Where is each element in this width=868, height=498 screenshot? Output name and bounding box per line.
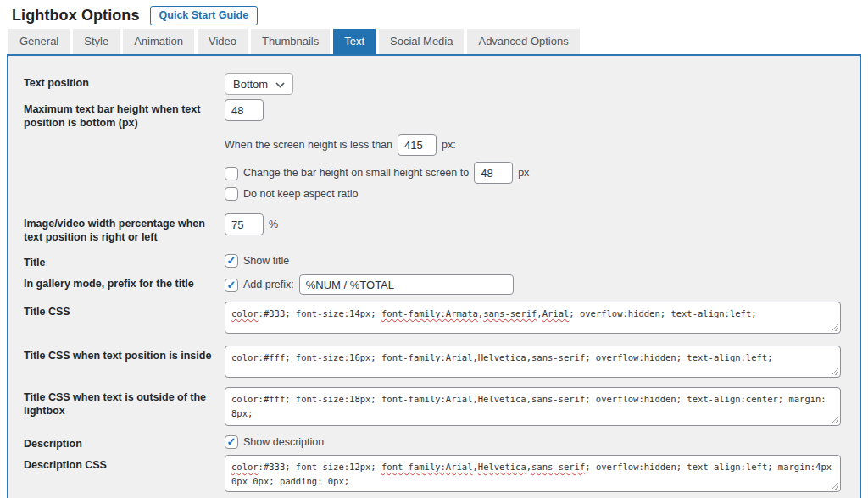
max-bar-height-label: Maximum text bar height when text positi… xyxy=(24,99,225,130)
row-screen-height-rule: When the screen height is less than px: xyxy=(24,134,844,156)
small-screen-bar-height-unit: px xyxy=(518,167,529,179)
screen-height-rule-text: When the screen height is less than xyxy=(225,134,392,156)
show-title-checkbox[interactable] xyxy=(225,254,238,268)
row-change-bar-height: Change the bar height on small height sc… xyxy=(24,162,844,184)
chevron-down-icon xyxy=(275,78,285,91)
tab-bar: General Style Animation Video Thumbnails… xyxy=(0,29,868,54)
title-css-inside-textarea[interactable]: color:#fff; font-size:16px; font-family:… xyxy=(225,346,841,378)
row-gallery-prefix: In gallery mode, prefix for the title Ad… xyxy=(24,274,844,295)
width-percentage-unit: % xyxy=(269,213,278,235)
title-css-label: Title CSS xyxy=(24,302,225,318)
row-text-position: Text position Bottom xyxy=(24,73,844,95)
tab-text[interactable]: Text xyxy=(333,29,376,54)
show-description-checkbox[interactable] xyxy=(225,435,238,449)
page-title: Lightbox Options xyxy=(12,7,140,25)
row-width-percentage: Image/video width percentage when text p… xyxy=(24,213,844,244)
text-position-selected-value: Bottom xyxy=(233,78,268,91)
change-bar-height-checkbox[interactable] xyxy=(225,167,238,180)
tab-thumbnails[interactable]: Thumbnails xyxy=(251,29,330,54)
tab-video[interactable]: Video xyxy=(198,29,248,54)
description-css-label: Description CSS xyxy=(24,455,225,472)
row-description-css: Description CSS color:#333; font-size:12… xyxy=(24,455,844,492)
text-position-label: Text position xyxy=(24,73,225,90)
keep-aspect-ratio-checkbox[interactable] xyxy=(225,187,238,201)
description-css-textarea[interactable]: color:#333; font-size:12px; font-family:… xyxy=(225,455,841,492)
resize-grip-icon[interactable] xyxy=(831,482,838,490)
page-header: Lightbox Options Quick Start Guide xyxy=(0,0,868,25)
row-title-css: Title CSS color:#333; font-size:14px; fo… xyxy=(24,302,844,334)
tab-advanced-options[interactable]: Advanced Options xyxy=(467,29,579,54)
description-label: Description xyxy=(24,434,225,451)
show-description-label: Show description xyxy=(243,436,324,448)
tab-style[interactable]: Style xyxy=(73,29,120,54)
resize-grip-icon[interactable] xyxy=(831,368,838,375)
title-css-inside-label: Title CSS when text position is inside xyxy=(24,346,225,362)
add-prefix-checkbox[interactable] xyxy=(225,279,238,292)
row-max-bar-height: Maximum text bar height when text positi… xyxy=(24,99,844,130)
screen-height-unit: px: xyxy=(442,134,456,156)
tab-animation[interactable]: Animation xyxy=(123,29,194,54)
resize-grip-icon[interactable] xyxy=(831,324,838,331)
row-title-css-outside: Title CSS when text is outside of the li… xyxy=(24,387,844,426)
keep-aspect-ratio-label: Do not keep aspect ratio xyxy=(243,188,359,200)
width-percentage-label: Image/video width percentage when text p… xyxy=(24,213,225,244)
row-description: Description Show description xyxy=(24,434,844,451)
row-title-css-inside: Title CSS when text position is inside c… xyxy=(24,346,844,378)
settings-panel: Text position Bottom Maximum text bar he… xyxy=(7,54,861,498)
title-css-outside-textarea[interactable]: color:#fff; font-size:18px; font-family:… xyxy=(225,387,841,426)
prefix-pattern-input[interactable] xyxy=(299,274,514,295)
row-keep-aspect-ratio: Do not keep aspect ratio xyxy=(24,186,844,201)
title-css-textarea[interactable]: color:#333; font-size:14px; font-family:… xyxy=(225,302,841,334)
tab-general[interactable]: General xyxy=(8,29,70,54)
max-bar-height-input[interactable] xyxy=(225,99,264,121)
quick-start-guide-button[interactable]: Quick Start Guide xyxy=(150,6,259,25)
resize-grip-icon[interactable] xyxy=(831,416,838,423)
text-position-select[interactable]: Bottom xyxy=(225,73,293,95)
width-percentage-input[interactable] xyxy=(225,213,264,235)
change-bar-height-label: Change the bar height on small height sc… xyxy=(243,167,469,179)
gallery-prefix-label: In gallery mode, prefix for the title xyxy=(24,274,225,290)
title-label: Title xyxy=(24,253,225,269)
screen-height-input[interactable] xyxy=(398,134,437,156)
row-title: Title Show title xyxy=(24,253,844,269)
small-screen-bar-height-input[interactable] xyxy=(474,162,513,184)
title-css-outside-label: Title CSS when text is outside of the li… xyxy=(24,387,225,418)
add-prefix-label: Add prefix: xyxy=(243,279,294,290)
show-title-label: Show title xyxy=(243,255,289,267)
tab-social-media[interactable]: Social Media xyxy=(379,29,464,54)
